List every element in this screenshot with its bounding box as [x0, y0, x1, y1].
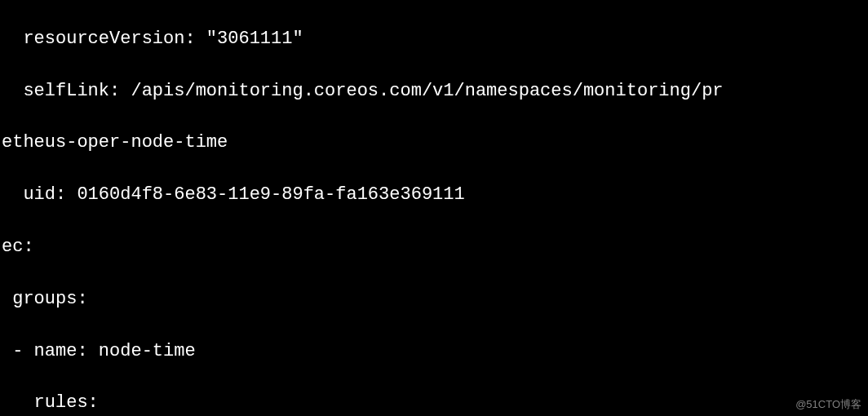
yaml-line: rules: [2, 390, 868, 416]
terminal-output: resourceVersion: "3061111" selfLink: /ap… [2, 0, 868, 416]
yaml-line: etheus-oper-node-time [2, 130, 868, 156]
yaml-line: - name: node-time [2, 339, 868, 365]
yaml-line: resourceVersion: "3061111" [2, 26, 868, 52]
yaml-line: selfLink: /apis/monitoring.coreos.com/v1… [2, 78, 868, 104]
yaml-line: uid: 0160d4f8-6e83-11e9-89fa-fa163e36911… [2, 182, 868, 208]
yaml-line: ec: [2, 234, 868, 260]
watermark: @51CTO博客 [795, 397, 861, 413]
yaml-line: groups: [2, 286, 868, 312]
